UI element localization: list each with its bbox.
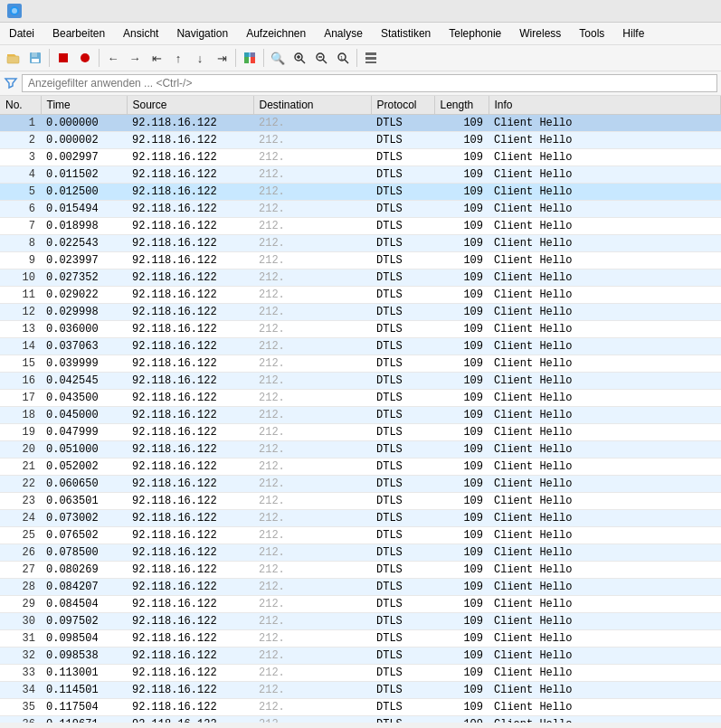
cell-time: 0.000000 bbox=[41, 115, 127, 132]
menu-item-bearbeiten[interactable]: Bearbeiten bbox=[43, 24, 114, 43]
menu-item-wireless[interactable]: Wireless bbox=[510, 24, 570, 43]
zoom-100-button[interactable]: 1 bbox=[333, 48, 353, 68]
menu-item-datei[interactable]: Datei bbox=[0, 24, 43, 43]
cell-destination: 212. bbox=[253, 476, 371, 493]
table-row[interactable]: 200.05100092.118.16.122212.DTLS109Client… bbox=[0, 441, 721, 459]
go-to-prev-button[interactable]: ↑ bbox=[168, 48, 188, 68]
cell-destination: 212. bbox=[253, 338, 371, 355]
save-button[interactable] bbox=[25, 48, 45, 68]
record-button[interactable] bbox=[75, 48, 95, 68]
table-row[interactable]: 250.07650292.118.16.122212.DTLS109Client… bbox=[0, 527, 721, 544]
cell-info: Client Hello bbox=[489, 544, 721, 562]
table-row[interactable]: 90.02399792.118.16.122212.DTLS109Client … bbox=[0, 252, 721, 269]
table-header-row: No. Time Source Destination Protocol Len… bbox=[0, 96, 721, 115]
table-row[interactable]: 230.06350192.118.16.122212.DTLS109Client… bbox=[0, 493, 721, 510]
col-header-protocol[interactable]: Protocol bbox=[371, 96, 434, 115]
table-row[interactable]: 40.01150292.118.16.122212.DTLS109Client … bbox=[0, 166, 721, 184]
menu-item-analyse[interactable]: Analyse bbox=[315, 24, 372, 43]
cell-protocol: DTLS bbox=[371, 373, 434, 390]
back-button[interactable]: ← bbox=[103, 48, 123, 68]
table-row[interactable]: 320.09853892.118.16.122212.DTLS109Client… bbox=[0, 648, 721, 665]
table-row[interactable]: 300.09750292.118.16.122212.DTLS109Client… bbox=[0, 613, 721, 630]
col-header-length[interactable]: Length bbox=[434, 96, 489, 115]
menu-item-aufzeichnen[interactable]: Aufzeichnen bbox=[237, 24, 315, 43]
col-header-info[interactable]: Info bbox=[489, 96, 721, 115]
find-button[interactable]: 🔍 bbox=[268, 48, 288, 68]
col-header-destination[interactable]: Destination bbox=[253, 96, 371, 115]
table-row[interactable]: 150.03999992.118.16.122212.DTLS109Client… bbox=[0, 355, 721, 373]
menu-item-ansicht[interactable]: Ansicht bbox=[114, 24, 167, 43]
table-row[interactable]: 50.01250092.118.16.122212.DTLS109Client … bbox=[0, 184, 721, 201]
go-to-first-button[interactable]: ⇤ bbox=[147, 48, 166, 68]
col-header-time[interactable]: Time bbox=[41, 96, 127, 115]
zoom-out-button[interactable] bbox=[311, 48, 331, 68]
separator-1 bbox=[49, 49, 50, 67]
menu-item-tools[interactable]: Tools bbox=[570, 24, 613, 43]
table-row[interactable]: 110.02902292.118.16.122212.DTLS109Client… bbox=[0, 287, 721, 304]
table-row[interactable]: 70.01899892.118.16.122212.DTLS109Client … bbox=[0, 218, 721, 235]
cell-time: 0.080269 bbox=[41, 562, 127, 579]
table-row[interactable]: 340.11450192.118.16.122212.DTLS109Client… bbox=[0, 682, 721, 699]
packet-table-container[interactable]: No. Time Source Destination Protocol Len… bbox=[0, 96, 721, 723]
go-to-next-button[interactable]: ↓ bbox=[190, 48, 210, 68]
table-row[interactable]: 360.11967192.118.16.122212.DTLS109Client… bbox=[0, 716, 721, 723]
layout-button[interactable] bbox=[361, 48, 381, 68]
filter-input[interactable] bbox=[22, 74, 717, 92]
menu-item-telephonie[interactable]: Telephonie bbox=[440, 24, 510, 43]
cell-time: 0.063501 bbox=[41, 493, 127, 510]
table-row[interactable]: 240.07300292.118.16.122212.DTLS109Client… bbox=[0, 510, 721, 527]
cell-no: 32 bbox=[0, 648, 41, 665]
cell-source: 92.118.16.122 bbox=[127, 459, 253, 476]
cell-info: Client Hello bbox=[489, 355, 721, 373]
cell-info: Client Hello bbox=[489, 338, 721, 355]
cell-info: Client Hello bbox=[489, 390, 721, 407]
stop-button[interactable] bbox=[53, 48, 73, 68]
table-row[interactable]: 260.07850092.118.16.122212.DTLS109Client… bbox=[0, 544, 721, 562]
table-row[interactable]: 140.03706392.118.16.122212.DTLS109Client… bbox=[0, 338, 721, 355]
table-row[interactable]: 20.00000292.118.16.122212.DTLS109Client … bbox=[0, 132, 721, 149]
cell-time: 0.098504 bbox=[41, 630, 127, 648]
table-row[interactable]: 160.04254592.118.16.122212.DTLS109Client… bbox=[0, 373, 721, 390]
table-row[interactable]: 350.11750492.118.16.122212.DTLS109Client… bbox=[0, 699, 721, 716]
table-row[interactable]: 120.02999892.118.16.122212.DTLS109Client… bbox=[0, 304, 721, 321]
cell-length: 109 bbox=[434, 544, 489, 562]
forward-button[interactable]: → bbox=[125, 48, 145, 68]
table-row[interactable]: 220.06065092.118.16.122212.DTLS109Client… bbox=[0, 476, 721, 493]
packet-table: No. Time Source Destination Protocol Len… bbox=[0, 96, 721, 723]
table-row[interactable]: 80.02254392.118.16.122212.DTLS109Client … bbox=[0, 235, 721, 252]
zoom-in-button[interactable] bbox=[289, 48, 309, 68]
table-row[interactable]: 270.08026992.118.16.122212.DTLS109Client… bbox=[0, 562, 721, 579]
cell-source: 92.118.16.122 bbox=[127, 218, 253, 235]
cell-destination: 212. bbox=[253, 665, 371, 682]
cell-no: 35 bbox=[0, 699, 41, 716]
table-row[interactable]: 170.04350092.118.16.122212.DTLS109Client… bbox=[0, 390, 721, 407]
col-header-no[interactable]: No. bbox=[0, 96, 41, 115]
table-row[interactable]: 310.09850492.118.16.122212.DTLS109Client… bbox=[0, 630, 721, 648]
cell-source: 92.118.16.122 bbox=[127, 493, 253, 510]
table-row[interactable]: 280.08420792.118.16.122212.DTLS109Client… bbox=[0, 579, 721, 596]
cell-info: Client Hello bbox=[489, 115, 721, 132]
table-row[interactable]: 130.03600092.118.16.122212.DTLS109Client… bbox=[0, 321, 721, 338]
table-row[interactable]: 190.04799992.118.16.122212.DTLS109Client… bbox=[0, 424, 721, 441]
colorize-button[interactable] bbox=[240, 48, 260, 68]
table-row[interactable]: 180.04500092.118.16.122212.DTLS109Client… bbox=[0, 407, 721, 424]
table-row[interactable]: 210.05200292.118.16.122212.DTLS109Client… bbox=[0, 459, 721, 476]
menu-item-navigation[interactable]: Navigation bbox=[167, 24, 237, 43]
cell-destination: 212. bbox=[253, 424, 371, 441]
table-row[interactable]: 330.11300192.118.16.122212.DTLS109Client… bbox=[0, 665, 721, 682]
cell-protocol: DTLS bbox=[371, 665, 434, 682]
table-row[interactable]: 290.08450492.118.16.122212.DTLS109Client… bbox=[0, 596, 721, 613]
cell-no: 27 bbox=[0, 562, 41, 579]
cell-protocol: DTLS bbox=[371, 510, 434, 527]
table-row[interactable]: 10.00000092.118.16.122212.DTLS109Client … bbox=[0, 115, 721, 132]
go-to-last-button[interactable]: ⇥ bbox=[212, 48, 232, 68]
menu-item-hilfe[interactable]: Hilfe bbox=[613, 24, 653, 43]
table-row[interactable]: 100.02735292.118.16.122212.DTLS109Client… bbox=[0, 269, 721, 287]
cell-source: 92.118.16.122 bbox=[127, 424, 253, 441]
menu-item-statistiken[interactable]: Statistiken bbox=[372, 24, 440, 43]
open-button[interactable] bbox=[4, 48, 24, 68]
cell-no: 17 bbox=[0, 390, 41, 407]
col-header-source[interactable]: Source bbox=[127, 96, 253, 115]
table-row[interactable]: 30.00299792.118.16.122212.DTLS109Client … bbox=[0, 149, 721, 166]
table-row[interactable]: 60.01549492.118.16.122212.DTLS109Client … bbox=[0, 201, 721, 218]
